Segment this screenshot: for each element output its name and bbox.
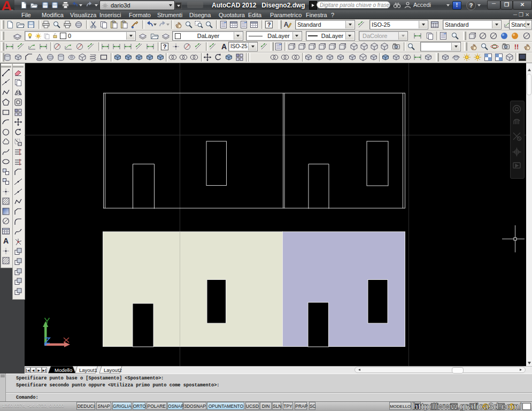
svg-text:Layout2: Layout2 <box>104 367 122 373</box>
svg-text:Layout1: Layout1 <box>79 367 97 373</box>
svg-text:Modello: Modello <box>55 367 72 373</box>
